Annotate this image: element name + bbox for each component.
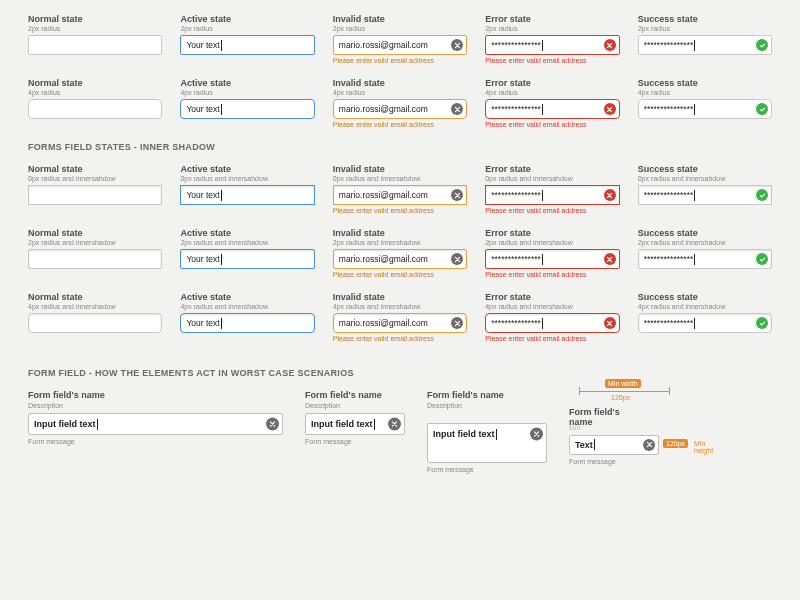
state-sub: 2px radius — [485, 25, 619, 32]
dimension-value: 120px — [611, 394, 630, 401]
state-sub: 4px radius — [638, 89, 772, 96]
input-active[interactable]: Your text — [180, 249, 314, 269]
text-caret — [594, 439, 595, 450]
input-error[interactable]: *************** — [485, 99, 619, 119]
dimension-label-min-width: Min width — [605, 379, 641, 388]
field-message: Form message — [28, 438, 283, 445]
text-caret — [221, 318, 222, 329]
text-caret — [542, 104, 543, 115]
state-title: Normal state — [28, 292, 162, 302]
clear-icon[interactable] — [451, 189, 463, 201]
state-sub: 0px radius and innersahdow — [638, 175, 772, 182]
text-caret — [694, 190, 695, 201]
states-row-2px: Normal state 2px radius Active state 2px… — [28, 14, 772, 64]
text-caret — [97, 419, 98, 430]
clear-icon[interactable] — [451, 253, 463, 265]
state-sub: 2px radius and innershadow — [333, 239, 467, 246]
clear-icon[interactable] — [530, 428, 543, 441]
success-icon — [756, 103, 768, 115]
input-success[interactable]: *************** — [638, 249, 772, 269]
input-error[interactable]: *************** — [485, 249, 619, 269]
error-icon[interactable] — [604, 103, 616, 115]
dimension-tick — [579, 387, 580, 395]
input-invalid[interactable]: mario.rossi@gmail.com — [333, 99, 467, 119]
input-success[interactable]: *************** — [638, 185, 772, 205]
success-icon — [756, 253, 768, 265]
clear-icon[interactable] — [451, 317, 463, 329]
input-error[interactable]: *************** — [485, 35, 619, 55]
state-sub: 4px radius and innershadow — [333, 303, 467, 310]
text-caret — [221, 190, 222, 201]
dimension-value-min-height: 120px — [663, 439, 688, 448]
input-success[interactable]: *************** — [638, 35, 772, 55]
section-header-worst-case: FORM FIELD - HOW THE ELEMENTS ACT IN WOR… — [28, 368, 772, 378]
state-title: Invalid state — [333, 164, 467, 174]
input-error[interactable]: *************** — [485, 313, 619, 333]
validation-message: Please enter valid email address — [333, 207, 467, 214]
input-active[interactable]: Your text — [180, 35, 314, 55]
input-normal[interactable] — [28, 249, 162, 269]
text-caret — [221, 104, 222, 115]
input-invalid[interactable]: mario.rossi@gmail.com — [333, 35, 467, 55]
state-title: Success state — [638, 14, 772, 24]
validation-message: Please enter valid email address — [485, 271, 619, 278]
states-row-2px-inner: Normal state2px radius and innershadow A… — [28, 228, 772, 278]
states-row-4px-inner: Normal state4px radius and innershadow A… — [28, 292, 772, 342]
state-sub: 0px radius and innersahdow — [28, 175, 162, 182]
input-active[interactable]: Your text — [180, 185, 314, 205]
state-sub: 2px radius and innershadow — [485, 239, 619, 246]
input-success[interactable]: *************** — [638, 313, 772, 333]
input-normal[interactable] — [28, 185, 162, 205]
error-icon[interactable] — [604, 253, 616, 265]
validation-message: Please enter valid email address — [333, 121, 467, 128]
clear-icon[interactable] — [266, 418, 279, 431]
input-invalid[interactable]: mario.rossi@gmail.com — [333, 313, 467, 333]
input-field[interactable]: Input field text — [28, 413, 283, 435]
text-caret — [221, 40, 222, 51]
input-active[interactable]: Your text — [180, 313, 314, 333]
input-active[interactable]: Your text — [180, 99, 314, 119]
input-invalid[interactable]: mario.rossi@gmail.com — [333, 185, 467, 205]
clear-icon[interactable] — [643, 439, 655, 451]
error-icon[interactable] — [604, 39, 616, 51]
input-success[interactable]: *************** — [638, 99, 772, 119]
input-normal[interactable] — [28, 35, 162, 55]
state-sub: 4px radius — [485, 89, 619, 96]
field-label: Form field's name — [427, 390, 547, 400]
field-label: Form field's name — [28, 390, 283, 400]
state-title: Error state — [485, 78, 619, 88]
input-invalid[interactable]: mario.rossi@gmail.com — [333, 249, 467, 269]
input-field-tall[interactable]: Input field text — [427, 423, 547, 463]
clear-icon[interactable] — [388, 418, 401, 431]
error-icon[interactable] — [604, 317, 616, 329]
state-title: Success state — [638, 164, 772, 174]
field-description: Description — [427, 402, 547, 409]
text-caret — [694, 40, 695, 51]
dimension-tick — [669, 387, 670, 395]
state-title: Invalid state — [333, 292, 467, 302]
text-caret — [221, 254, 222, 265]
state-title: Error state — [485, 14, 619, 24]
state-sub: 2px radius — [180, 25, 314, 32]
state-title: Success state — [638, 228, 772, 238]
input-field-min[interactable]: Text — [569, 435, 659, 455]
validation-message: Please enter valid email address — [485, 207, 619, 214]
clear-icon[interactable] — [451, 103, 463, 115]
state-title: Invalid state — [333, 14, 467, 24]
state-title: Normal state — [28, 14, 162, 24]
clear-icon[interactable] — [451, 39, 463, 51]
error-icon[interactable] — [604, 189, 616, 201]
state-title: Normal state — [28, 228, 162, 238]
validation-message: Please enter valid email address — [333, 271, 467, 278]
input-error[interactable]: *************** — [485, 185, 619, 205]
state-sub: 2px radius — [638, 25, 772, 32]
success-icon — [756, 39, 768, 51]
field-description: Description — [28, 402, 283, 409]
input-normal[interactable] — [28, 99, 162, 119]
state-sub: 0px radius and innersahdow — [180, 175, 314, 182]
input-field[interactable]: Input field text — [305, 413, 405, 435]
states-row-4px: Normal state 4px radius Active state 4px… — [28, 78, 772, 128]
state-title: Active state — [180, 228, 314, 238]
state-sub: 2px radius — [333, 25, 467, 32]
input-normal[interactable] — [28, 313, 162, 333]
